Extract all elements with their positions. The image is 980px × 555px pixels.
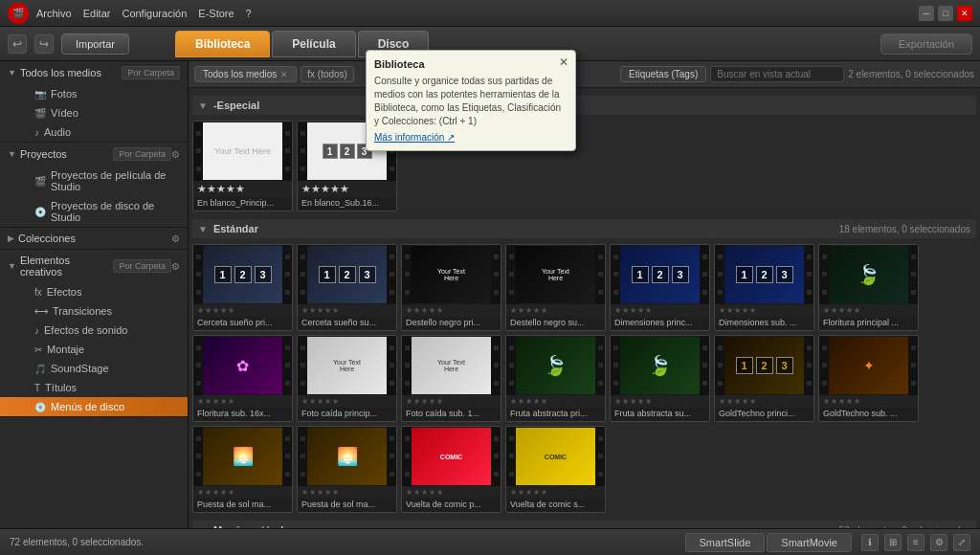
section-estandar-grid: 1 2 3 ★★★★★ Cerceta sueño pri... 1 2 3 — [192, 240, 976, 517]
sidebar-item-menus-disco[interactable]: 💿 Menús de disco — [0, 397, 188, 416]
media-item[interactable]: ✦ ★★★★★ GoldTechno sub. ... — [818, 335, 919, 422]
section-menus-arrow: ▼ — [198, 525, 208, 529]
tooltip-body: Consulte y organice todas sus partidas d… — [374, 75, 568, 128]
soundstage-label: SoundStage — [51, 363, 109, 374]
sidebar-item-montaje[interactable]: ✂ Montaje — [0, 340, 188, 359]
sidebar-header-elementos[interactable]: ▼ Elementos creativos Por Carpeta ⚙ — [0, 250, 188, 282]
sidebar-header-colecciones[interactable]: ▶ Colecciones ⚙ — [0, 228, 188, 249]
efectos-sonido-label: Efectos de sonido — [44, 324, 127, 336]
breadcrumb-tab[interactable]: Todos los medios ✕ — [194, 66, 297, 82]
section-especial-header[interactable]: ▼ -Especial — [192, 96, 976, 115]
sidebar-item-video[interactable]: 🎬 Vídeo — [0, 103, 188, 122]
fotos-icon: 📷 — [34, 89, 46, 100]
sidebar-header-todos[interactable]: ▼ Todos los medios Por Carpeta — [0, 61, 188, 84]
sidebar-section-todos: ▼ Todos los medios Por Carpeta 📷 Fotos 🎬… — [0, 61, 188, 143]
content-toolbar: Todos los medios ✕ fx (todos) Etiquetas … — [189, 61, 980, 88]
import-button[interactable]: Importar — [61, 33, 129, 55]
menu-archivo[interactable]: Archivo — [36, 8, 72, 19]
tooltip-link[interactable]: Más información ↗ — [374, 132, 568, 143]
info-icon[interactable]: ℹ — [861, 534, 879, 551]
list-view-icon[interactable]: ≡ — [907, 534, 924, 551]
media-item[interactable]: 🌅 ★★★★★ Puesta de sol ma... — [297, 426, 397, 513]
media-item[interactable]: 🍃 ★★★★★ Floritura principal ... — [818, 244, 919, 331]
stars: ★★★★★ — [298, 304, 396, 317]
media-item[interactable]: ✿ ★★★★★ Floritura sub. 16x... — [192, 335, 293, 422]
tab-smartslide[interactable]: SmartSlide — [685, 533, 766, 552]
sidebar-item-pelicula-studio[interactable]: 🎬 Proyectos de película de Studio — [0, 166, 188, 196]
tab-pelicula[interactable]: Película — [272, 31, 355, 57]
grid-view-icon[interactable]: ⊞ — [884, 534, 902, 551]
sidebar-section-elementos: ▼ Elementos creativos Por Carpeta ⚙ fx E… — [0, 250, 188, 417]
breadcrumb-close[interactable]: ✕ — [280, 70, 288, 79]
menu-editar[interactable]: Editar — [83, 8, 111, 19]
sort-todos[interactable]: Por Carpeta — [122, 66, 180, 79]
tab-biblioteca[interactable]: Biblioteca — [175, 31, 270, 57]
menu-configuracion[interactable]: Configuración — [122, 8, 187, 19]
export-button[interactable]: Exportación — [880, 33, 972, 55]
tags-button[interactable]: Etiquetas (Tags) — [620, 66, 706, 82]
menus-disco-label: Menús de disco — [51, 401, 124, 412]
media-item[interactable]: Your TextHere ★★★★★ Destello negro pri..… — [401, 244, 501, 331]
sidebar-item-transiciones[interactable]: ⟷ Transiciones — [0, 301, 188, 321]
media-item[interactable]: Your TextHere ★★★★★ Destello negro su... — [505, 244, 606, 331]
section-estandar-name: Estándar — [213, 223, 258, 234]
menu-estore[interactable]: E-Store — [198, 8, 234, 19]
maximize-button[interactable]: □ — [938, 6, 953, 21]
section-menus-header[interactable]: ▼ Menús estándar 52 elementos, 0 selecci… — [192, 521, 976, 528]
media-item[interactable]: 1 2 3 ★★★★★ Cerceta sueño su... — [297, 244, 397, 331]
section-estandar-arrow: ▼ — [198, 224, 208, 234]
sort-proyectos[interactable]: Por Carpeta — [113, 147, 171, 161]
stars: ★★★★★ — [298, 395, 396, 408]
stars: ★★★★★ — [506, 304, 605, 317]
filter-box[interactable]: fx (todos) — [301, 66, 354, 82]
montaje-label: Montaje — [47, 344, 84, 355]
redo-button[interactable]: ↪ — [34, 34, 54, 54]
media-item[interactable]: 1 2 3 ★★★★★ GoldTechno princi... — [714, 335, 814, 422]
content-count: 2 elementos, 0 seleccionados — [848, 69, 974, 79]
sort-elementos[interactable]: Por Carpeta — [113, 259, 171, 273]
settings-icon[interactable]: ⚙ — [930, 534, 947, 551]
close-button[interactable]: ✕ — [957, 6, 972, 21]
media-item[interactable]: Your TextHere ★★★★★ Foto caída sub. 1... — [401, 335, 501, 422]
audio-icon: ♪ — [34, 127, 39, 138]
audio-label: Audio — [44, 126, 71, 138]
menu-help[interactable]: ? — [246, 8, 252, 19]
stars: ★★★★★ — [819, 395, 918, 408]
stars: ★★★★★ — [611, 395, 709, 408]
media-item[interactable]: 🌅 ★★★★★ Puesta de sol ma... — [192, 426, 293, 513]
tab-smartmovie[interactable]: SmartMovie — [767, 533, 852, 552]
gear-proyectos-icon[interactable]: ⚙ — [171, 149, 180, 160]
minimize-button[interactable]: ─ — [919, 6, 934, 21]
media-item[interactable]: COMIC ★★★★★ Vuelta de comic s... — [505, 426, 606, 513]
sidebar-item-fotos[interactable]: 📷 Fotos — [0, 84, 188, 103]
sidebar-item-efectos-sonido[interactable]: ♪ Efectos de sonido — [0, 321, 188, 340]
pelicula-studio-label: Proyectos de película de Studio — [51, 169, 180, 192]
menus-disco-icon: 💿 — [34, 402, 46, 412]
gear-colecciones-icon[interactable]: ⚙ — [171, 233, 180, 244]
media-item[interactable]: Your Text Here ★★★★★ En blanco_Princip..… — [192, 121, 293, 211]
media-item[interactable]: 🍃 ★★★★★ Fruta abstracta su... — [610, 335, 710, 422]
search-input[interactable] — [710, 66, 844, 82]
media-item[interactable]: 🍃 ★★★★★ Fruta abstracta pri... — [505, 335, 606, 422]
sidebar-header-proyectos[interactable]: ▼ Proyectos Por Carpeta ⚙ — [0, 143, 188, 166]
media-item[interactable]: Your TextHere ★★★★★ Foto caída princip..… — [297, 335, 397, 422]
media-item[interactable]: 1 2 3 ★★★★★ Dimensiones sub. ... — [714, 244, 814, 331]
tooltip-close[interactable]: ✕ — [559, 56, 568, 69]
section-estandar-header[interactable]: ▼ Estándar 18 elementos, 0 seleccionados — [192, 219, 976, 238]
media-item[interactable]: COMIC ★★★★★ Vuelta de comic p... — [401, 426, 501, 513]
sidebar-item-efectos[interactable]: fx Efectos — [0, 282, 188, 301]
efectos-icon: fx — [34, 287, 42, 298]
sidebar-item-disco-studio[interactable]: 💿 Proyectos de disco de Studio — [0, 196, 188, 227]
media-item[interactable]: 1 2 3 ★★★★★ Dimensiones princ... — [610, 244, 710, 331]
titulos-label: Títulos — [45, 382, 77, 393]
sidebar-item-titulos[interactable]: T Títulos — [0, 378, 188, 397]
sidebar-item-soundstage[interactable]: 🎵 SoundStage — [0, 359, 188, 378]
undo-button[interactable]: ↩ — [8, 34, 27, 54]
fullscreen-icon[interactable]: ⤢ — [953, 534, 970, 551]
sidebar: ▼ Todos los medios Por Carpeta 📷 Fotos 🎬… — [0, 61, 189, 528]
sidebar-item-audio[interactable]: ♪ Audio — [0, 122, 188, 142]
efectos-label: Efectos — [47, 286, 82, 298]
bottom-tools: ℹ ⊞ ≡ ⚙ ⤢ — [861, 534, 970, 551]
media-item[interactable]: 1 2 3 ★★★★★ Cerceta sueño pri... — [192, 244, 293, 331]
gear-elementos-icon[interactable]: ⚙ — [171, 261, 180, 272]
